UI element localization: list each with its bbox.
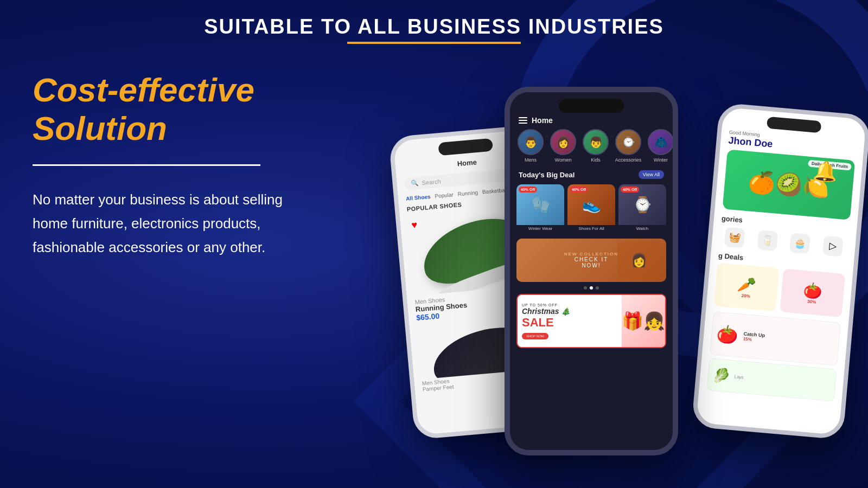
chips-icon: 🥬 <box>712 366 731 384</box>
phone-right: Good Morning Jhon Doe 🍊🥝🍋 Daily Fresh Fr… <box>691 102 868 440</box>
rdeal-1[interactable]: 🥕 20% <box>714 263 780 312</box>
main-title: Cost-effective Solution <box>33 70 304 148</box>
left-divider <box>33 164 260 166</box>
tab-basketball[interactable]: Basketball <box>482 187 507 195</box>
phones-container: Home 🔍 Search All Shoes Popular Running … <box>380 43 868 488</box>
christmas-shop-btn[interactable]: SHOP NOW <box>522 333 548 339</box>
ketchup-info: Catch Up 15% <box>743 331 835 349</box>
carousel-dots <box>510 284 673 292</box>
promo-image: 👩 <box>617 241 661 279</box>
rcat-icon-3: 🧁 <box>789 233 810 254</box>
category-mens[interactable]: 👨 Mens <box>516 129 545 163</box>
deal-card-shoes[interactable]: 40% Off 👟 Shoes For All <box>567 184 615 233</box>
category-women-label: Women <box>555 157 572 163</box>
phone-right-notch <box>767 117 822 133</box>
fruits-banner[interactable]: 🍊🥝🍋 Daily Fresh Fruits 🔔 <box>723 150 856 220</box>
rcat-3[interactable]: 🧁 <box>784 233 815 255</box>
chips-product[interactable]: 🥬 Lays <box>706 358 837 401</box>
promo-line1: CHECK IT <box>564 256 618 262</box>
promo-banner[interactable]: NEW COLLECTION CHECK IT NOW! 👩 <box>516 239 666 282</box>
category-winter[interactable]: 🧥 Winter <box>647 129 673 163</box>
category-kids-label: Kids <box>591 157 601 163</box>
deal-label-winter: Winter Wear <box>516 225 564 232</box>
rdeal-2-pct: 30% <box>807 299 816 304</box>
ketchup-icon: 🍅 <box>716 323 739 345</box>
rdeal-2[interactable]: 🍅 30% <box>780 268 845 317</box>
categories-row: 👨 Mens 👩 Women 👦 Kids ⌚ Accessories 🧥 Wi… <box>510 129 673 168</box>
main-heading: SUITABLE TO ALL BUSINESS INDUSTRIES <box>0 15 868 38</box>
phone-mid-notch <box>559 99 624 113</box>
page-header: SUITABLE TO ALL BUSINESS INDUSTRIES <box>0 0 868 49</box>
rcat-1[interactable]: 🧺 <box>719 227 750 249</box>
dot-3 <box>596 286 599 290</box>
promo-text: NEW COLLECTION CHECK IT NOW! <box>564 252 618 269</box>
category-winter-label: Winter <box>654 157 668 163</box>
deals-grid: 40% Off 🧤 Winter Wear 40% Off 👟 Shoes Fo… <box>510 181 673 236</box>
dot-1 <box>584 286 587 290</box>
dot-2 <box>590 286 593 290</box>
phone-mid-header: Home <box>510 116 673 129</box>
deal-card-winter[interactable]: 40% Off 🧤 Winter Wear <box>516 184 564 233</box>
christmas-banner[interactable]: UP TO 50% OFF Christmas 🎄 SALE SHOP NOW … <box>516 294 666 348</box>
tab-popular[interactable]: Popular <box>435 191 454 199</box>
bell-icon[interactable]: 🔔 <box>813 159 839 184</box>
category-mens-label: Mens <box>525 157 537 163</box>
category-kids[interactable]: 👦 Kids <box>582 129 610 163</box>
deal-label-watch: Watch <box>618 225 666 232</box>
category-acc-label: Accessories <box>615 157 642 163</box>
tab-running[interactable]: Running <box>457 189 478 197</box>
rcat-icon-1: 🧺 <box>724 227 745 248</box>
phone-mid-title: Home <box>532 116 553 125</box>
promo-sub: NEW COLLECTION <box>564 252 618 257</box>
chips-label: Lays <box>734 374 744 380</box>
deals-title: Today's Big Deal <box>519 171 575 179</box>
category-women-avatar: 👩 <box>550 129 576 155</box>
christmas-sale: SALE <box>522 316 617 330</box>
rcat-icon-4: ▷ <box>822 236 844 257</box>
phone-left-notch <box>438 138 493 156</box>
rcat-4[interactable]: ▷ <box>817 235 848 258</box>
promo-line2: NOW! <box>564 262 618 268</box>
tab-all-shoes[interactable]: All Shoes <box>406 194 431 202</box>
search-placeholder: Search <box>422 178 441 186</box>
deal-label-shoes: Shoes For All <box>567 225 615 232</box>
hamburger-icon[interactable] <box>519 117 527 124</box>
category-mens-avatar: 👨 <box>518 129 544 155</box>
deal-badge-shoes: 40% Off <box>570 187 588 192</box>
deal-badge-watch: 40% Off <box>621 187 639 192</box>
christmas-title: Christmas 🎄 <box>522 307 617 316</box>
rcat-icon-2: 🥛 <box>757 230 778 251</box>
rcat-2[interactable]: 🥛 <box>752 229 783 252</box>
view-all-button[interactable]: View All <box>639 170 664 179</box>
category-women[interactable]: 👩 Women <box>549 129 577 163</box>
deals-header: Today's Big Deal View All <box>510 168 673 181</box>
deal-badge-winter: 40% Off <box>519 187 537 192</box>
category-kids-avatar: 👦 <box>583 129 609 155</box>
heart-icon[interactable]: ♥ <box>411 219 418 231</box>
christmas-offer-text: UP TO 50% OFF <box>522 303 617 307</box>
search-icon: 🔍 <box>411 179 419 187</box>
rdeal-1-pct: 20% <box>741 293 750 299</box>
ketchup-product[interactable]: 🍅 Catch Up 15% <box>710 311 841 365</box>
description-text: No matter your business is about selling… <box>33 188 304 260</box>
category-winter-avatar: 🧥 <box>648 129 673 155</box>
christmas-text-area: UP TO 50% OFF Christmas 🎄 SALE SHOP NOW <box>518 299 622 344</box>
left-section: Cost-effective Solution No matter your b… <box>33 70 304 259</box>
category-acc-avatar: ⌚ <box>615 129 641 155</box>
christmas-image: 🎁👧 <box>622 295 665 347</box>
phone-mid: Home 👨 Mens 👩 Women 👦 Kids ⌚ Accessories… <box>505 87 678 455</box>
category-accessories[interactable]: ⌚ Accessories <box>614 129 642 163</box>
deal-card-watch[interactable]: 40% Off ⌚ Watch <box>618 184 666 233</box>
